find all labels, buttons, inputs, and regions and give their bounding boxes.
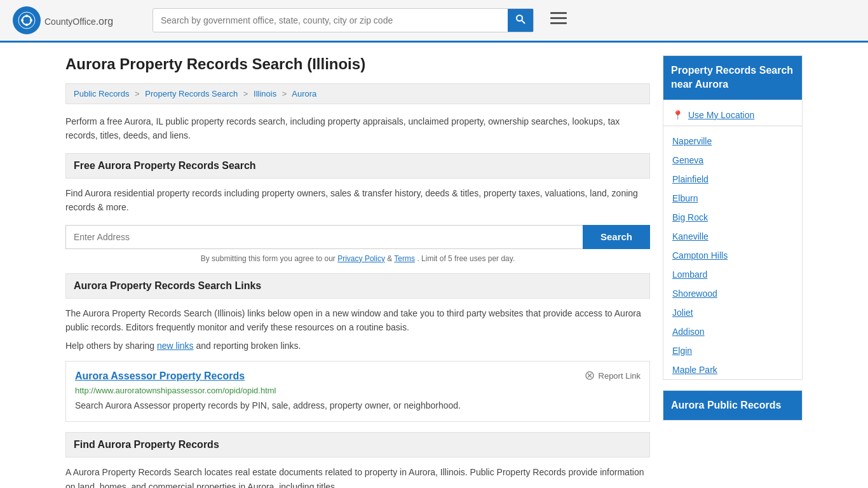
find-section-description: A Aurora Property Records Search locates… [65, 465, 650, 488]
header-search-button[interactable] [508, 9, 533, 32]
nearby-place-link[interactable]: Elgin [672, 346, 692, 356]
nearby-place-link[interactable]: Joliet [672, 308, 693, 318]
nearby-place-item: Campton Hills [663, 246, 802, 265]
resource-card-header: Aurora Assessor Property Records Report … [75, 370, 641, 382]
limit-text: . Limit of 5 free uses per day. [417, 254, 515, 263]
use-my-location-item[interactable]: 📍 Use My Location [663, 105, 802, 126]
nearby-place-item: Kaneville [663, 227, 802, 246]
links-section-description: The Aurora Property Records Search (Illi… [65, 306, 650, 335]
privacy-policy-link[interactable]: Privacy Policy [337, 254, 385, 263]
find-section-heading: Find Aurora Property Records [65, 432, 650, 458]
svg-rect-8 [550, 12, 567, 14]
header-search-bar [153, 8, 534, 32]
report-link-label: Report Link [599, 371, 641, 381]
nearby-place-link[interactable]: Big Rock [672, 212, 708, 222]
svg-point-2 [25, 15, 28, 17]
svg-rect-10 [550, 22, 567, 24]
find-section: Find Aurora Property Records A Aurora Pr… [65, 432, 650, 488]
nearby-place-link[interactable]: Maple Park [672, 365, 717, 375]
address-input[interactable] [65, 225, 583, 249]
breadcrumb-sep-1: > [135, 89, 140, 98]
resource-url: http://www.auroratownshipassessor.com/op… [75, 386, 641, 395]
nearby-list: 📍 Use My Location [663, 100, 802, 132]
nearby-place-item: Addison [663, 322, 802, 341]
nearby-place-item: Plainfield [663, 170, 802, 189]
logo-brand: CountyOffice [44, 17, 96, 27]
logo-area: CountyOffice.org [13, 6, 140, 34]
links-section-heading: Aurora Property Records Search Links [65, 273, 650, 299]
breadcrumb-sep-2: > [243, 89, 248, 98]
new-links-link[interactable]: new links [157, 341, 194, 351]
free-search-section: Free Aurora Property Records Search Find… [65, 153, 650, 263]
logo-org: .org [96, 16, 114, 27]
resource-title[interactable]: Aurora Assessor Property Records [75, 370, 245, 382]
form-disclaimer: By submitting this form you agree to our… [65, 254, 650, 263]
nearby-places-list: NapervilleGenevaPlainfieldElburnBig Rock… [663, 132, 802, 379]
svg-line-7 [522, 20, 525, 24]
intro-description: Perform a free Aurora, IL public propert… [65, 114, 650, 143]
header: CountyOffice.org [0, 0, 868, 43]
public-records-box: Aurora Public Records [663, 390, 803, 421]
address-form: Search [65, 225, 650, 249]
nearby-place-link[interactable]: Lombard [672, 269, 707, 280]
use-my-location-link[interactable]: Use My Location [688, 110, 754, 120]
nearby-box: Property Records Searchnear Aurora 📍 Use… [663, 55, 803, 380]
nearby-place-link[interactable]: Geneva [672, 155, 703, 165]
sidebar: Property Records Searchnear Aurora 📍 Use… [663, 55, 803, 488]
nearby-place-link[interactable]: Kaneville [672, 231, 709, 241]
nearby-place-item: Shorewood [663, 284, 802, 303]
breadcrumb-property-records-search[interactable]: Property Records Search [145, 89, 238, 98]
nearby-place-item: Elburn [663, 189, 802, 208]
help-text-label: Help others by sharing [65, 341, 154, 351]
svg-rect-9 [550, 17, 567, 19]
resource-desc: Search Aurora Assessor property records … [75, 399, 641, 412]
svg-point-3 [25, 24, 28, 26]
nearby-place-item: Maple Park [663, 360, 802, 379]
links-section: Aurora Property Records Search Links The… [65, 273, 650, 423]
page-title: Aurora Property Records Search (Illinois… [65, 55, 650, 73]
search-button[interactable]: Search [583, 225, 650, 249]
resource-card: Aurora Assessor Property Records Report … [65, 361, 650, 422]
nearby-place-item: Naperville [663, 132, 802, 151]
nearby-place-link[interactable]: Campton Hills [672, 250, 728, 261]
breadcrumb: Public Records > Property Records Search… [65, 83, 650, 104]
nearby-place-item: Joliet [663, 303, 802, 322]
nearby-place-item: Big Rock [663, 208, 802, 227]
report-link-button[interactable]: Report Link [585, 370, 641, 381]
nearby-place-link[interactable]: Naperville [672, 136, 712, 146]
logo-text: CountyOffice.org [44, 13, 113, 28]
nearby-place-item: Lombard [663, 265, 802, 284]
and-text: and reporting broken links. [196, 341, 301, 351]
nearby-place-link[interactable]: Elburn [672, 193, 698, 203]
breadcrumb-sep-3: > [282, 89, 287, 98]
nearby-place-link[interactable]: Plainfield [672, 174, 709, 184]
content-area: Aurora Property Records Search (Illinois… [65, 55, 650, 488]
free-search-description: Find Aurora residential property records… [65, 186, 650, 215]
nearby-place-link[interactable]: Shorewood [672, 288, 717, 299]
breadcrumb-illinois[interactable]: Illinois [254, 89, 276, 98]
free-search-heading: Free Aurora Property Records Search [65, 153, 650, 179]
nearby-heading: Property Records Searchnear Aurora [663, 56, 802, 100]
breadcrumb-public-records[interactable]: Public Records [74, 89, 129, 98]
nearby-place-item: Elgin [663, 341, 802, 360]
logo-icon [13, 6, 41, 34]
nearby-heading-text: Property Records Searchnear Aurora [671, 65, 793, 90]
header-search-input[interactable] [153, 10, 508, 30]
svg-point-5 [30, 19, 32, 22]
svg-point-4 [21, 19, 24, 22]
main-layout: Aurora Property Records Search (Illinois… [53, 43, 815, 488]
nearby-place-link[interactable]: Addison [672, 327, 705, 337]
public-records-heading: Aurora Public Records [663, 391, 802, 420]
menu-icon[interactable] [546, 8, 571, 32]
disclaimer-text: By submitting this form you agree to our [201, 254, 336, 263]
pin-icon: 📍 [672, 110, 683, 120]
breadcrumb-aurora[interactable]: Aurora [292, 89, 316, 98]
nearby-place-item: Geneva [663, 151, 802, 170]
report-icon [585, 370, 595, 381]
terms-link[interactable]: Terms [394, 254, 415, 263]
svg-point-0 [18, 12, 35, 29]
help-text: Help others by sharing new links and rep… [65, 341, 650, 351]
svg-point-6 [517, 15, 522, 21]
